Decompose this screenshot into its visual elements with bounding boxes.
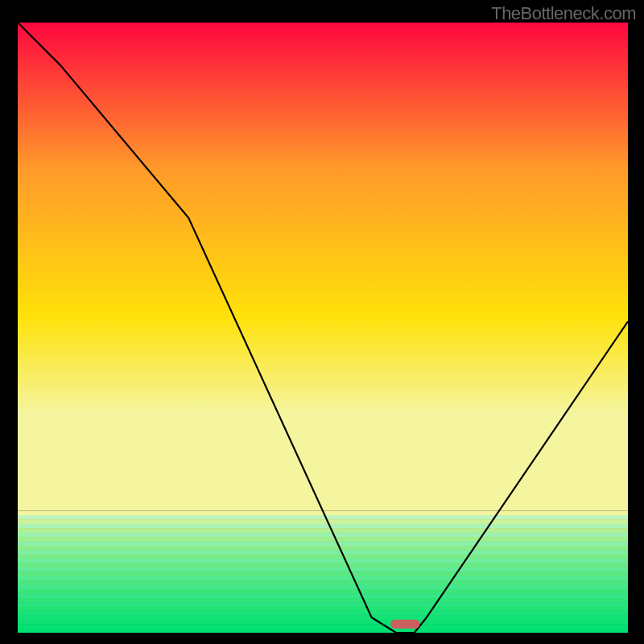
chart-frame: TheBottleneck.com [0, 0, 644, 644]
svg-rect-1 [18, 515, 628, 520]
svg-rect-21 [18, 602, 628, 607]
svg-rect-14 [18, 572, 628, 576]
svg-rect-12 [18, 563, 628, 568]
svg-rect-15 [18, 576, 628, 581]
svg-rect-13 [18, 568, 628, 572]
svg-rect-24 [18, 615, 628, 620]
svg-rect-7 [18, 541, 628, 546]
svg-rect-11 [18, 559, 628, 564]
svg-rect-28 [18, 628, 628, 633]
svg-rect-8 [18, 546, 628, 551]
svg-rect-19 [18, 593, 628, 598]
svg-rect-3 [18, 524, 628, 529]
svg-rect-5 [18, 532, 628, 537]
svg-rect-17 [18, 584, 628, 589]
svg-rect-18 [18, 589, 628, 594]
gradient-background [18, 23, 628, 510]
green-stripe-band [18, 510, 628, 633]
svg-rect-4 [18, 528, 628, 533]
bottleneck-chart [18, 23, 628, 633]
svg-rect-2 [18, 519, 628, 524]
attribution-label: TheBottleneck.com [491, 3, 636, 24]
svg-rect-20 [18, 598, 628, 603]
svg-rect-10 [18, 555, 628, 559]
svg-rect-16 [18, 580, 628, 585]
optimal-marker [390, 620, 419, 629]
svg-rect-6 [18, 537, 628, 542]
svg-rect-22 [18, 607, 628, 612]
svg-rect-25 [18, 620, 628, 625]
svg-rect-23 [18, 611, 628, 616]
svg-rect-9 [18, 550, 628, 555]
